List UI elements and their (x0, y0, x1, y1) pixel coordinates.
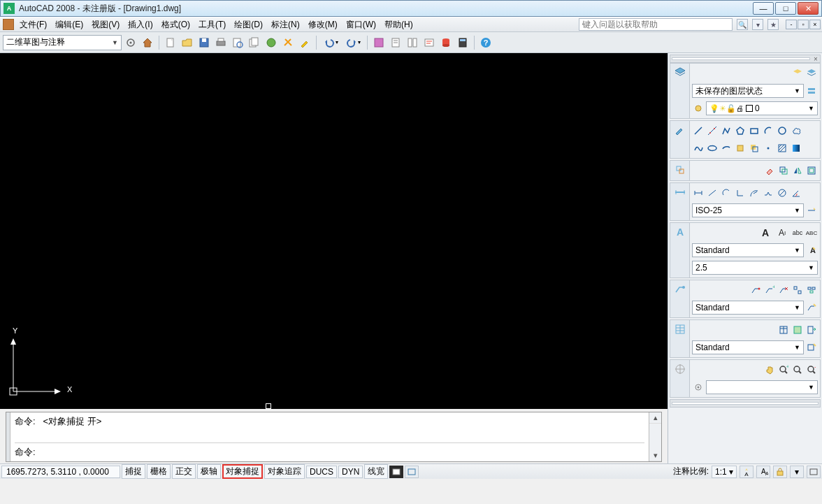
extract-data-button[interactable] (805, 324, 818, 336)
ellipse-arc-button[interactable] (720, 142, 733, 154)
coordinate-display[interactable]: 1695.7273, 5.3110 , 0.0000 (1, 466, 120, 478)
osnap-toggle[interactable]: 对象捕捉 (222, 464, 263, 479)
grid-toggle[interactable]: 栅格 (147, 464, 171, 479)
clean-screen-button[interactable] (807, 466, 821, 478)
child-restore-button[interactable]: ▫ (798, 20, 809, 29)
home-button[interactable] (140, 35, 155, 50)
dashboard-bottom-handle[interactable] (670, 399, 821, 408)
ducs-toggle[interactable]: DUCS (306, 466, 337, 478)
mleader-remove-button[interactable] (777, 284, 790, 296)
spell-check-button[interactable]: abc (791, 226, 804, 239)
snap-toggle[interactable]: 捕捉 (122, 464, 145, 479)
scroll-up-icon[interactable]: ▴ (649, 412, 661, 424)
offset-button[interactable] (805, 164, 818, 177)
layer-manager-button[interactable] (805, 85, 818, 97)
dashboard-close-icon[interactable]: × (812, 55, 820, 63)
text-tab-icon[interactable]: A (670, 223, 690, 278)
diameter-button[interactable] (776, 187, 788, 199)
dbconnect-button[interactable] (438, 35, 454, 50)
insert-block-button[interactable] (734, 142, 747, 154)
find-button[interactable]: ABC (805, 226, 818, 239)
maximize-button[interactable]: □ (775, 2, 796, 15)
dashboard-top-handle[interactable]: × (670, 55, 821, 63)
zoom-previous-button[interactable]: - (805, 363, 818, 376)
mirror-button[interactable] (791, 164, 804, 177)
dtext-button[interactable]: AI (774, 226, 790, 239)
text-style-combo[interactable]: Standard▼ (692, 243, 804, 257)
linear-dim-button[interactable] (692, 187, 705, 199)
layer-current-combo[interactable]: 💡☀🔓🖨 0▼ (706, 101, 818, 115)
plot-preview-button[interactable] (230, 35, 245, 50)
erase-button[interactable] (763, 164, 776, 177)
match-props-button[interactable] (297, 35, 312, 50)
aligned-dim-button[interactable] (706, 187, 719, 199)
command-window[interactable]: 命令: <对象捕捉 开> 命令: ▴ ▾ (6, 412, 662, 462)
circle-button[interactable] (776, 124, 788, 137)
search-icon[interactable]: 🔍 (737, 19, 748, 30)
undo-button[interactable]: ▾ (320, 35, 341, 50)
tool-palettes-button[interactable] (405, 35, 420, 50)
make-block-button[interactable] (748, 142, 760, 154)
layer-filter-button[interactable] (692, 102, 705, 115)
pan-button[interactable] (763, 363, 776, 376)
hatch-button[interactable] (776, 142, 788, 154)
arc-button[interactable] (762, 124, 774, 137)
table-style-manager-button[interactable] (805, 341, 818, 354)
table-style-combo[interactable]: Standard▼ (692, 340, 804, 354)
lwt-toggle[interactable]: 线宽 (364, 464, 388, 479)
copy-button[interactable] (777, 164, 790, 177)
dim-style-combo[interactable]: ISO-25▼ (692, 203, 804, 217)
child-minimize-button[interactable]: - (786, 20, 797, 29)
polygon-button[interactable] (734, 124, 747, 137)
data-link-button[interactable] (791, 324, 804, 336)
menu-window[interactable]: 窗口(W) (342, 17, 380, 32)
menu-help[interactable]: 帮助(H) (380, 17, 417, 32)
autodesk-icon[interactable] (3, 19, 14, 30)
comm-center-icon[interactable]: ▾ (752, 19, 763, 30)
ellipse-button[interactable] (706, 142, 719, 154)
layer-properties-button[interactable] (805, 67, 818, 80)
dyn-toggle[interactable]: DYN (338, 466, 363, 478)
help-button[interactable]: ? (478, 35, 493, 50)
navigate-tab-icon[interactable] (670, 360, 690, 397)
3ddwf-button[interactable] (264, 35, 279, 50)
help-search-input[interactable] (579, 18, 733, 31)
quickcalc-button[interactable] (455, 35, 470, 50)
scroll-down-icon[interactable]: ▾ (649, 450, 661, 461)
workspace-combo[interactable]: 二维草图与注释 ▼ (3, 35, 122, 50)
named-views-combo[interactable]: ▼ (706, 380, 818, 394)
text-style-manager-button[interactable]: A (805, 244, 818, 257)
draw-tab-icon[interactable] (670, 121, 690, 158)
text-height-combo[interactable]: 2.5▼ (692, 261, 818, 275)
close-button[interactable]: ✕ (798, 2, 819, 15)
point-button[interactable] (762, 142, 774, 154)
menu-edit[interactable]: 编辑(E) (51, 17, 87, 32)
cut-button[interactable] (280, 35, 296, 50)
gradient-button[interactable] (790, 142, 802, 154)
revision-cloud-button[interactable] (790, 124, 802, 137)
jogged-button[interactable] (762, 187, 774, 199)
open-button[interactable] (180, 35, 195, 50)
menu-draw[interactable]: 绘图(D) (230, 17, 267, 32)
spline-button[interactable] (692, 142, 705, 154)
save-button[interactable] (196, 35, 212, 50)
anno-visibility-button[interactable]: A (740, 466, 754, 478)
menu-tools[interactable]: 工具(T) (194, 17, 230, 32)
mtext-button[interactable]: A (758, 226, 773, 239)
status-tray-button[interactable]: ▾ (790, 466, 804, 478)
arc-length-button[interactable] (720, 187, 733, 199)
line-button[interactable] (692, 124, 705, 137)
menu-view[interactable]: 视图(V) (87, 17, 124, 32)
menu-dim[interactable]: 标注(N) (267, 17, 304, 32)
ordinate-button[interactable] (734, 187, 747, 199)
new-button[interactable] (163, 35, 178, 50)
otrack-toggle[interactable]: 对象追踪 (264, 464, 305, 479)
publish-button[interactable] (247, 35, 262, 50)
layer-state-combo[interactable]: 未保存的图层状态▼ (692, 84, 804, 98)
child-close-button[interactable]: × (809, 20, 821, 29)
ortho-toggle[interactable]: 正交 (172, 464, 196, 479)
mleader-button[interactable] (749, 284, 762, 296)
mleader-style-manager-button[interactable] (805, 301, 818, 314)
block-editor-button[interactable] (371, 35, 387, 50)
menu-file[interactable]: 文件(F) (15, 17, 51, 32)
